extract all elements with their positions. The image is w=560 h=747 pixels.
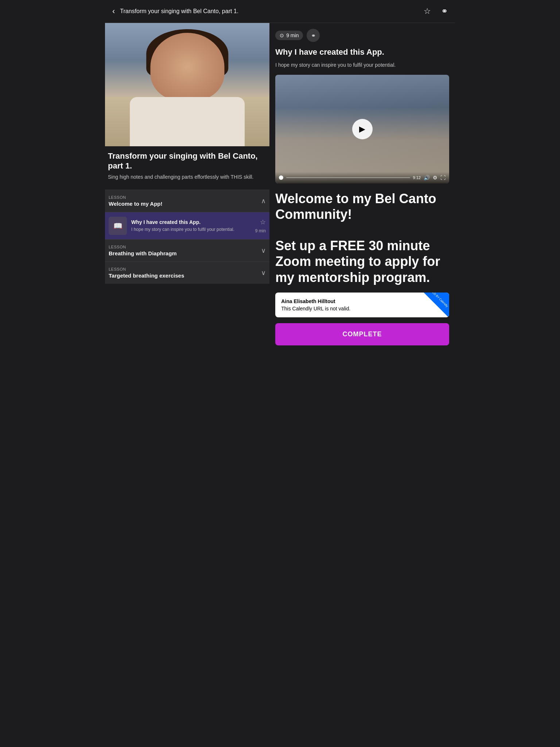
duration-badge: ⊙ 9 min: [275, 31, 303, 40]
meta-row: ⊙ 9 min ⚭: [275, 29, 449, 42]
content-title: Why I have created this App.: [275, 47, 449, 58]
main-layout: Transform your singing with Bel Canto, p…: [105, 23, 455, 351]
lesson-section-2: Lesson Breathing with Diaphragm ∨: [105, 239, 269, 262]
settings-icon[interactable]: ⚙: [433, 175, 438, 181]
header-title: Transform your singing with Bel Canto, p…: [120, 8, 238, 15]
link-button[interactable]: ⚭: [440, 5, 449, 18]
hero-image: [105, 23, 269, 146]
content-desc: I hope my story can inspire you to fulfi…: [275, 61, 449, 69]
lesson-name-1: Welcome to my App!: [109, 201, 163, 207]
course-title: Transform your singing with Bel Canto, p…: [108, 151, 267, 171]
chevron-up-icon-1: ∧: [261, 197, 266, 205]
star-icon-1[interactable]: ☆: [260, 218, 266, 226]
header-icons: ☆ ⚭: [422, 5, 449, 18]
lesson-header-2-text: Lesson Breathing with Diaphragm: [109, 245, 177, 256]
video-icons: 🔊 ⚙ ⛶: [424, 175, 446, 181]
lesson-thumb-1: 📖: [109, 217, 127, 235]
clock-icon: ⊙: [280, 32, 284, 38]
video-time: 9:12: [413, 175, 421, 180]
lesson-name-3: Targeted breathing exercises: [109, 272, 184, 279]
lesson-list: Lesson Welcome to my App! ∧ 📖 Why I have…: [105, 190, 269, 284]
lesson-label-1: Lesson: [109, 195, 163, 200]
lesson-section-1: Lesson Welcome to my App! ∧ 📖 Why I have…: [105, 190, 269, 239]
lesson-item-meta-1: ☆ 9 min: [255, 218, 266, 233]
play-button[interactable]: ▶: [352, 119, 373, 139]
lesson-header-1-text: Lesson Welcome to my App!: [109, 195, 163, 207]
lesson-section-3: Lesson Targeted breathing exercises ∨: [105, 262, 269, 284]
lesson-header-1[interactable]: Lesson Welcome to my App! ∧: [105, 190, 269, 212]
back-button[interactable]: ‹: [111, 5, 116, 18]
lesson-header-3-text: Lesson Targeted breathing exercises: [109, 267, 184, 279]
chevron-down-icon-2: ∨: [261, 247, 266, 255]
left-column: Transform your singing with Bel Canto, p…: [105, 23, 269, 351]
lesson-item-content-1: Why I have created this App. I hope my s…: [131, 219, 251, 233]
course-subtitle: Sing high notes and challenging parts ef…: [108, 174, 267, 181]
progress-dot[interactable]: [279, 175, 283, 180]
sound-icon[interactable]: 🔊: [424, 175, 430, 181]
header: ‹ Transform your singing with Bel Canto,…: [105, 0, 455, 23]
lesson-item-desc-1: I hope my story can inspire you to fulfi…: [131, 227, 251, 233]
complete-button[interactable]: COMPLETE: [275, 323, 449, 345]
lesson-label-2: Lesson: [109, 245, 177, 249]
person-head: [150, 33, 224, 101]
calendly-name: Aina Elisabeth Hilltout: [281, 298, 443, 304]
bookmark-button[interactable]: ☆: [422, 5, 432, 18]
lesson-item-duration-1: 9 min: [255, 228, 266, 233]
link-icon: ⚭: [311, 32, 316, 39]
progress-bar[interactable]: [286, 177, 410, 178]
person-body: [130, 97, 245, 146]
book-icon: 📖: [113, 221, 122, 230]
lesson-header-2[interactable]: Lesson Breathing with Diaphragm ∨: [105, 240, 269, 262]
lesson-label-3: Lesson: [109, 267, 184, 271]
header-left: ‹ Transform your singing with Bel Canto,…: [111, 5, 238, 18]
right-column: ⊙ 9 min ⚭ Why I have created this App. I…: [269, 23, 455, 351]
lesson-item-1[interactable]: 📖 Why I have created this App. I hope my…: [105, 212, 269, 239]
lesson-item-title-1: Why I have created this App.: [131, 219, 251, 225]
lesson-header-3[interactable]: Lesson Targeted breathing exercises ∨: [105, 262, 269, 284]
video-player[interactable]: ▶ 9:12 🔊 ⚙ ⛶: [275, 75, 449, 183]
course-info: Transform your singing with Bel Canto, p…: [105, 146, 269, 186]
chevron-down-icon-3: ∨: [261, 269, 266, 277]
calendly-error: This Calendly URL is not valid.: [281, 306, 443, 311]
link-icon-button[interactable]: ⚭: [307, 29, 320, 42]
video-controls: 9:12 🔊 ⚙ ⛶: [275, 172, 449, 183]
community-text: Welcome to my Bel Canto Community!Set up…: [275, 191, 449, 285]
duration-text: 9 min: [286, 32, 299, 38]
calendly-powered-badge: POWERED BY Calendly: [424, 293, 449, 317]
fullscreen-icon[interactable]: ⛶: [440, 175, 446, 181]
calendly-embed: POWERED BY Calendly Aina Elisabeth Hillt…: [275, 293, 449, 317]
lesson-name-2: Breathing with Diaphragm: [109, 250, 177, 256]
